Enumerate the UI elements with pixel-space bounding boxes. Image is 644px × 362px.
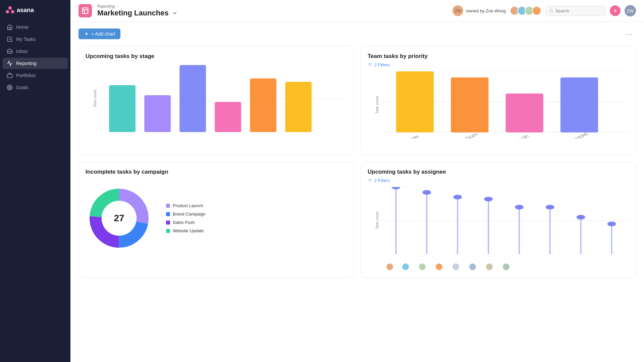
bar-chart-svg: 20 10 0 Intake Ideation P [100,65,347,132]
svg-text:High: High [514,134,531,138]
asana-logo[interactable]: asana [5,5,34,15]
goals-icon [7,84,13,90]
legend-item-website-update: Website Update [166,228,206,233]
svg-rect-43 [506,94,543,132]
svg-point-66 [453,195,462,199]
sidebar-item-home[interactable]: Home [3,21,68,33]
header: Reporting › Marketing Launches ZW owned … [70,0,644,22]
svg-text:Low: Low [405,134,421,138]
filter-icon [368,63,372,67]
chevron-down-icon[interactable] [171,10,178,16]
chart-incomplete-by-campaign: Incomplete tasks by campaign [78,162,354,278]
sidebar-item-reporting-label: Reporting [16,61,37,66]
page-icon [78,4,92,17]
charts-grid: Upcoming tasks by stage Task count 20 10 [78,46,636,278]
more-options-button[interactable]: ··· [623,29,636,39]
chart-title: Upcoming tasks by stage [86,53,347,60]
svg-point-1 [6,10,9,13]
legend-dot [166,204,170,208]
sidebar-item-goals[interactable]: Goals [3,82,68,93]
legend-label: Website Update [173,228,204,233]
svg-point-62 [392,187,400,189]
sidebar-nav: Home My Tasks Inbox Reporting Portfolios… [0,21,70,93]
donut-chart: 27 [86,185,153,252]
main-content: Reporting › Marketing Launches ZW owned … [70,0,644,362]
header-right: ZW owned by Zoe Wong + ZW [452,5,636,16]
svg-rect-24 [215,102,241,132]
home-icon [7,24,13,30]
svg-point-74 [577,215,585,220]
header-title-area: Reporting › Marketing Launches [97,4,447,17]
svg-point-72 [546,205,554,209]
sidebar-item-inbox[interactable]: Inbox [3,46,68,57]
svg-point-8 [550,9,552,12]
filter-label[interactable]: 2 Filters [374,62,390,67]
legend-dot [166,221,170,225]
page-title: Marketing Launches [97,9,169,17]
svg-point-70 [515,205,524,209]
team-avatar [532,6,541,15]
bar-chart-2-svg: 10 5 0 Low Medium High O [382,71,629,138]
sidebar-item-my-tasks[interactable]: My Tasks [3,34,68,45]
sidebar-item-portfolios-label: Portfolios [16,73,36,78]
sidebar-item-reporting[interactable]: Reporting [3,58,68,69]
svg-rect-28 [285,82,312,132]
svg-rect-26 [250,78,276,132]
assignee-avatar [452,263,460,271]
chart-title: Upcoming tasks by assignee [368,169,629,175]
user-avatar[interactable]: ZW [625,5,636,16]
legend-dot [166,229,170,233]
donut-legend: Product Launch Brand Campaign Sales Push [166,203,206,233]
svg-point-68 [484,197,493,201]
assignee-avatar [386,263,394,271]
svg-line-9 [552,11,553,12]
sidebar-item-portfolios[interactable]: Portfolios [3,70,68,81]
svg-rect-41 [451,77,488,132]
asana-logo-text: asana [17,7,34,14]
svg-rect-45 [560,77,598,132]
svg-point-0 [8,6,12,10]
legend-dot [166,212,170,216]
svg-point-6 [9,87,10,88]
donut-area: 27 Product Launch Brand Campaign [86,178,347,258]
add-chart-label: + Add chart [91,31,115,37]
legend-item-sales-push: Sales Push [166,220,206,225]
assignee-avatar [435,263,443,271]
sidebar-item-inbox-label: Inbox [16,49,28,54]
search-icon [549,8,553,13]
team-avatars [510,6,541,15]
legend-label: Product Launch [173,203,203,208]
assignee-avatar [502,263,510,271]
chart-title: Incomplete tasks by campaign [86,169,347,175]
add-button[interactable]: + [610,5,621,16]
legend-label: Sales Push [173,220,195,225]
assignee-avatar [485,263,493,271]
assignee-avatar [401,263,410,271]
breadcrumb-text: Reporting [97,4,115,9]
svg-text:On Hold: On Hold [564,132,590,138]
chart-title: Team tasks by priority [368,53,629,60]
logo-area: asana [0,5,70,21]
svg-rect-7 [83,8,88,14]
sidebar-item-goals-label: Goals [16,85,29,90]
svg-rect-3 [7,74,12,78]
header-title-row: Marketing Launches [97,9,447,17]
chart-upcoming-by-stage: Upcoming tasks by stage Task count 20 10 [78,46,354,155]
search-input[interactable] [555,8,602,13]
add-chart-button[interactable]: + Add chart [78,28,120,39]
owner-section: ZW owned by Zoe Wong [452,5,506,16]
svg-point-64 [422,190,431,195]
assignee-avatar [469,263,477,271]
filter-row: 2 Filters [368,62,629,67]
donut-center-value: 27 [114,213,124,224]
assignee-avatar [418,263,426,271]
toolbar: + Add chart ··· [78,28,636,39]
search-box[interactable] [545,6,606,16]
svg-rect-18 [109,85,136,132]
svg-rect-39 [396,71,434,132]
check-icon [7,36,13,42]
legend-label: Brand Campaign [173,212,206,217]
filter-label[interactable]: 2 Filters [374,178,390,183]
inbox-icon [7,48,13,54]
svg-text:Medium: Medium [455,132,480,138]
